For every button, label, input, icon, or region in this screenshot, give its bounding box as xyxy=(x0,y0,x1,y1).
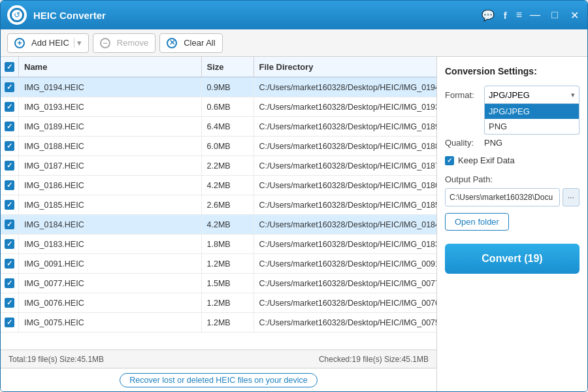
add-dropdown-arrow[interactable]: ▾ xyxy=(74,38,82,48)
main-content: Name Size File Directory IMG_0194.HEIC 0… xyxy=(1,57,587,391)
status-total: Total:19 file(s) Size:45.1MB xyxy=(8,355,104,364)
row-name: IMG_0188.HEIC xyxy=(19,137,202,155)
table-row[interactable]: IMG_0077.HEIC 1.5MB C:/Users/market16032… xyxy=(1,274,436,293)
row-check-icon[interactable] xyxy=(5,180,14,190)
remove-button[interactable]: − Remove xyxy=(93,33,155,53)
format-arrow-icon: ▾ xyxy=(571,91,575,99)
row-check-icon[interactable] xyxy=(5,239,14,249)
row-checkbox[interactable] xyxy=(1,97,19,116)
row-check-icon[interactable] xyxy=(5,278,14,288)
row-name: IMG_0075.HEIC xyxy=(19,313,202,332)
row-check-icon[interactable] xyxy=(5,298,14,308)
table-row[interactable]: IMG_0194.HEIC 0.9MB C:/Users/market16032… xyxy=(1,78,436,97)
output-path-value: C:\Users\market160328\Docu xyxy=(449,193,553,202)
row-check-icon[interactable] xyxy=(5,200,14,210)
row-path: C:/Users/market160328/Desktop/HEIC/IMG_0… xyxy=(254,176,437,195)
app-logo xyxy=(7,5,27,25)
option-png[interactable]: PNG xyxy=(485,119,579,134)
quality-label: Quality: xyxy=(445,138,484,148)
table-row[interactable]: IMG_0075.HEIC 1.2MB C:/Users/market16032… xyxy=(1,313,436,333)
browse-button[interactable]: ··· xyxy=(563,188,580,206)
format-select-wrapper: JPG/JPEG ▾ JPG/JPEG PNG xyxy=(484,86,580,104)
row-checkbox[interactable] xyxy=(1,137,19,155)
table-row[interactable]: IMG_0091.HEIC 1.2MB C:/Users/market16032… xyxy=(1,254,436,274)
close-button[interactable]: ✕ xyxy=(568,9,581,22)
row-path: C:/Users/market160328/Desktop/HEIC/IMG_0… xyxy=(254,156,437,175)
row-name: IMG_0091.HEIC xyxy=(19,254,202,273)
row-size: 1.2MB xyxy=(202,254,254,273)
row-check-icon[interactable] xyxy=(5,161,14,171)
row-check-icon[interactable] xyxy=(5,318,14,327)
table-row[interactable]: IMG_0188.HEIC 6.0MB C:/Users/market16032… xyxy=(1,137,436,156)
convert-button[interactable]: Convert (19) xyxy=(445,244,580,274)
main-window: HEIC Converter 💬 f ≡ — □ ✕ + Add HEIC ▾ … xyxy=(0,0,588,392)
row-check-icon[interactable] xyxy=(5,82,14,92)
plus-icon: + xyxy=(14,38,25,48)
status-checked: Checked:19 file(s) Size:45.1MB xyxy=(319,355,429,364)
row-size: 0.9MB xyxy=(202,78,254,97)
row-path: C:/Users/market160328/Desktop/HEIC/IMG_0… xyxy=(254,293,437,312)
row-checkbox[interactable] xyxy=(1,254,19,273)
row-check-icon[interactable] xyxy=(5,141,14,151)
table-row[interactable]: IMG_0187.HEIC 2.2MB C:/Users/market16032… xyxy=(1,156,436,176)
option-jpg[interactable]: JPG/JPEG xyxy=(485,104,579,119)
output-path-input[interactable]: C:\Users\market160328\Docu xyxy=(445,188,560,206)
recover-link[interactable]: Recover lost or deleted HEIC files on yo… xyxy=(120,373,317,387)
row-checkbox[interactable] xyxy=(1,117,19,136)
row-name: IMG_0193.HEIC xyxy=(19,97,202,116)
row-check-icon[interactable] xyxy=(5,259,14,269)
row-checkbox[interactable] xyxy=(1,195,19,214)
add-heic-label: Add HEIC xyxy=(31,38,69,48)
row-size: 6.4MB xyxy=(202,117,254,136)
row-size: 1.5MB xyxy=(202,274,254,293)
table-row[interactable]: IMG_0184.HEIC 4.2MB C:/Users/market16032… xyxy=(1,215,436,235)
row-name: IMG_0187.HEIC xyxy=(19,156,202,175)
format-dropdown: JPG/JPEG PNG xyxy=(484,104,580,135)
row-name: IMG_0184.HEIC xyxy=(19,215,202,234)
row-path: C:/Users/market160328/Desktop/HEIC/IMG_0… xyxy=(254,195,437,214)
row-checkbox[interactable] xyxy=(1,215,19,234)
select-all-checkbox[interactable] xyxy=(5,62,14,72)
row-size: 4.2MB xyxy=(202,215,254,234)
file-table-body[interactable]: IMG_0194.HEIC 0.9MB C:/Users/market16032… xyxy=(1,78,436,350)
table-row[interactable]: IMG_0076.HEIC 1.2MB C:/Users/market16032… xyxy=(1,293,436,313)
row-checkbox[interactable] xyxy=(1,156,19,175)
facebook-icon[interactable]: f xyxy=(504,10,507,21)
remove-label: Remove xyxy=(117,38,148,48)
table-row[interactable]: IMG_0189.HEIC 6.4MB C:/Users/market16032… xyxy=(1,117,436,137)
table-header: Name Size File Directory xyxy=(1,57,436,78)
table-row[interactable]: IMG_0186.HEIC 4.2MB C:/Users/market16032… xyxy=(1,176,436,195)
row-check-icon[interactable] xyxy=(5,220,14,229)
row-name: IMG_0189.HEIC xyxy=(19,117,202,136)
row-path: C:/Users/market160328/Desktop/HEIC/IMG_0… xyxy=(254,117,437,136)
menu-icon[interactable]: ≡ xyxy=(516,9,522,21)
open-folder-button[interactable]: Open folder xyxy=(445,213,509,231)
table-row[interactable]: IMG_0193.HEIC 0.6MB C:/Users/market16032… xyxy=(1,97,436,117)
row-checkbox[interactable] xyxy=(1,293,19,312)
keep-exif-checkbox[interactable] xyxy=(445,156,454,165)
row-check-icon[interactable] xyxy=(5,122,14,131)
row-checkbox[interactable] xyxy=(1,78,19,97)
add-heic-button[interactable]: + Add HEIC ▾ xyxy=(7,33,89,53)
maximize-button[interactable]: □ xyxy=(548,9,561,21)
clear-all-button[interactable]: ✕ Clear All xyxy=(159,33,222,53)
row-path: C:/Users/market160328/Desktop/HEIC/IMG_0… xyxy=(254,235,437,253)
format-select[interactable]: JPG/JPEG ▾ xyxy=(484,86,580,104)
format-label: Format: xyxy=(445,90,484,100)
row-check-icon[interactable] xyxy=(5,102,14,112)
header-checkbox[interactable] xyxy=(1,57,19,76)
row-name: IMG_0077.HEIC xyxy=(19,274,202,293)
minimize-button[interactable]: — xyxy=(529,9,542,21)
row-path: C:/Users/market160328/Desktop/HEIC/IMG_0… xyxy=(254,137,437,155)
row-checkbox[interactable] xyxy=(1,274,19,293)
title-bar: HEIC Converter 💬 f ≡ — □ ✕ xyxy=(1,1,587,29)
row-size: 1.8MB xyxy=(202,235,254,253)
table-row[interactable]: IMG_0183.HEIC 1.8MB C:/Users/market16032… xyxy=(1,235,436,254)
row-checkbox[interactable] xyxy=(1,176,19,195)
row-checkbox[interactable] xyxy=(1,313,19,332)
row-path: C:/Users/market160328/Desktop/HEIC/IMG_0… xyxy=(254,254,437,273)
chat-icon[interactable]: 💬 xyxy=(482,9,495,22)
table-row[interactable]: IMG_0185.HEIC 2.6MB C:/Users/market16032… xyxy=(1,195,436,215)
row-path: C:/Users/market160328/Desktop/HEIC/IMG_0… xyxy=(254,215,437,234)
row-checkbox[interactable] xyxy=(1,235,19,253)
